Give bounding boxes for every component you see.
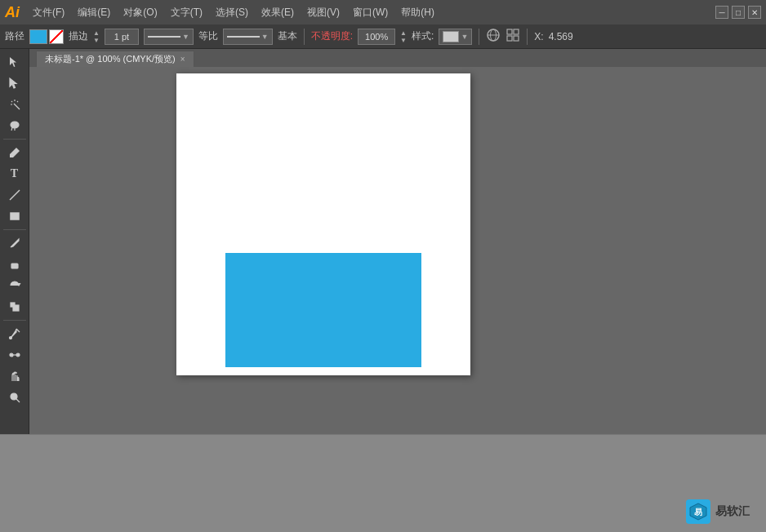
line-tool-btn[interactable] bbox=[3, 185, 26, 205]
artboard bbox=[176, 73, 470, 375]
lasso-btn[interactable] bbox=[3, 116, 26, 135]
svg-line-8 bbox=[17, 101, 18, 102]
proportion-label: 等比 bbox=[198, 29, 218, 43]
svg-rect-4 bbox=[514, 29, 519, 34]
selection-tool-btn[interactable] bbox=[3, 52, 26, 72]
separator2 bbox=[479, 29, 479, 45]
menu-help[interactable]: 帮助(H) bbox=[398, 4, 438, 21]
opacity-input[interactable] bbox=[358, 29, 395, 45]
app-logo: Ai bbox=[5, 4, 20, 21]
window-maximize-btn[interactable]: □ bbox=[732, 6, 745, 19]
x-label: X: bbox=[534, 31, 543, 42]
style-dropdown[interactable]: ▼ bbox=[439, 29, 472, 45]
eyedropper-btn[interactable] bbox=[3, 324, 26, 344]
globe-btn[interactable] bbox=[486, 28, 501, 45]
svg-line-27 bbox=[16, 399, 20, 402]
menu-file[interactable]: 文件(F) bbox=[29, 4, 68, 21]
svg-text:易: 易 bbox=[694, 508, 702, 516]
window-close-btn[interactable]: ✕ bbox=[748, 6, 761, 19]
svg-point-22 bbox=[9, 337, 11, 339]
canvas-area: 未标题-1* @ 100% (CMYK/预览) × bbox=[29, 49, 766, 434]
menu-view[interactable]: 视图(V) bbox=[304, 4, 343, 21]
tool-separator-1 bbox=[3, 139, 26, 140]
pencil-btn[interactable] bbox=[3, 233, 26, 253]
blend-btn[interactable] bbox=[3, 345, 26, 365]
menu-text[interactable]: 文字(T) bbox=[167, 4, 206, 21]
menu-window[interactable]: 窗口(W) bbox=[350, 4, 391, 21]
rect-tool-btn[interactable] bbox=[3, 206, 26, 226]
base-label: 基本 bbox=[278, 29, 297, 43]
doc-tab-1[interactable]: 未标题-1* @ 100% (CMYK/预览) × bbox=[36, 51, 194, 67]
stroke-label: 描边 bbox=[69, 29, 88, 43]
workspace: Ai 文件(F) 编辑(E) 对象(O) 文字(T) 选择(S) 效果(E) 视… bbox=[0, 0, 766, 532]
eraser-btn[interactable] bbox=[3, 255, 26, 274]
magic-wand-btn[interactable] bbox=[3, 95, 26, 114]
menu-effect[interactable]: 效果(E) bbox=[258, 4, 297, 21]
watermark-label: 易软汇 bbox=[715, 504, 750, 519]
rotate-btn[interactable] bbox=[3, 276, 26, 295]
style-label: 样式: bbox=[412, 29, 434, 43]
svg-rect-20 bbox=[11, 303, 15, 307]
scale-btn[interactable] bbox=[3, 297, 26, 317]
text-tool-icon: T bbox=[11, 167, 18, 180]
stroke-color-none[interactable] bbox=[49, 29, 64, 44]
watermark: 易 易软汇 bbox=[686, 499, 750, 524]
window-minimize-btn[interactable]: ─ bbox=[715, 6, 728, 19]
svg-rect-5 bbox=[507, 36, 512, 41]
line-end-dropdown[interactable]: ▼ bbox=[223, 29, 273, 45]
fill-color-swatch[interactable] bbox=[29, 29, 64, 44]
tool-separator-3 bbox=[3, 320, 26, 321]
menu-object[interactable]: 对象(O) bbox=[120, 4, 160, 21]
stroke-width-input[interactable] bbox=[105, 29, 139, 45]
propbar: 路径 描边 ▲ ▼ ▼ 等比 ▼ 基本 不透明度: ▲ ▼ 样 bbox=[0, 24, 766, 49]
tabbar: 未标题-1* @ 100% (CMYK/预览) × bbox=[29, 49, 766, 67]
direct-selection-btn[interactable] bbox=[3, 73, 26, 93]
tool-separator-2 bbox=[3, 229, 26, 230]
line-style-dropdown[interactable]: ▼ bbox=[144, 29, 194, 45]
svg-point-23 bbox=[10, 353, 13, 357]
path-label: 路径 bbox=[5, 29, 24, 43]
fill-color-box[interactable] bbox=[29, 29, 47, 44]
svg-rect-6 bbox=[514, 36, 519, 41]
pen-tool-btn[interactable] bbox=[3, 143, 26, 162]
shape-blue-rect[interactable] bbox=[225, 253, 421, 367]
menu-edit[interactable]: 编辑(E) bbox=[74, 4, 114, 21]
svg-line-13 bbox=[11, 127, 12, 131]
svg-line-15 bbox=[10, 190, 20, 200]
opacity-label: 不透明度: bbox=[311, 29, 353, 43]
opacity-spinner[interactable]: ▲ ▼ bbox=[400, 29, 407, 44]
toolbar: T bbox=[0, 49, 29, 434]
svg-rect-3 bbox=[507, 29, 512, 34]
titlebar: Ai 文件(F) 编辑(E) 对象(O) 文字(T) 选择(S) 效果(E) 视… bbox=[0, 0, 766, 24]
doc-tab-label: 未标题-1* @ 100% (CMYK/预览) bbox=[45, 53, 176, 65]
svg-line-9 bbox=[11, 101, 12, 102]
x-value: 4.569 bbox=[549, 31, 573, 42]
svg-rect-16 bbox=[11, 213, 19, 219]
stroke-width-spinner[interactable]: ▲ ▼ bbox=[93, 29, 100, 44]
separator3 bbox=[527, 29, 528, 45]
zoom-btn[interactable] bbox=[3, 388, 26, 407]
content-row: T bbox=[0, 49, 766, 434]
separator1 bbox=[304, 29, 305, 45]
hand-btn[interactable] bbox=[3, 366, 26, 386]
svg-point-24 bbox=[16, 353, 20, 357]
statusbar: 易 易软汇 bbox=[0, 434, 766, 532]
svg-point-12 bbox=[11, 122, 19, 128]
watermark-icon: 易 bbox=[686, 499, 710, 524]
menu-select[interactable]: 选择(S) bbox=[212, 4, 252, 21]
text-tool-btn[interactable]: T bbox=[3, 164, 26, 184]
grid-btn[interactable] bbox=[505, 28, 520, 45]
doc-tab-close[interactable]: × bbox=[180, 55, 185, 64]
svg-line-11 bbox=[14, 104, 20, 109]
